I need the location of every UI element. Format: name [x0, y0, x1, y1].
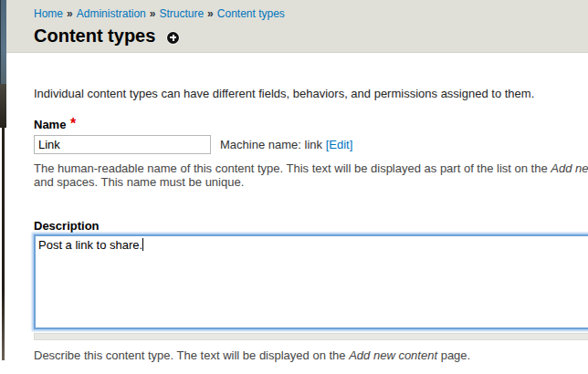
breadcrumb-link-home[interactable]: Home [34, 7, 63, 20]
circle-plus-icon[interactable] [167, 32, 179, 44]
text-cursor [142, 238, 143, 251]
description-field-group: Description Post a link to share. Descri… [34, 219, 588, 362]
name-help-text: The human-readable name of this content … [34, 161, 588, 189]
background-page-edge [0, 0, 6, 374]
overlay-content: Home»Administration»Structure»Content ty… [6, 0, 588, 374]
content-type-form: Individual content types can have differ… [6, 53, 588, 362]
name-field-label: Name [34, 118, 66, 131]
description-textarea[interactable]: Post a link to share. [34, 234, 588, 329]
textarea-resize-grippie[interactable] [34, 333, 588, 340]
description-help-text: Describe this content type. The text wil… [34, 348, 588, 362]
drupal-overlay-page: Home»Administration»Structure»Content ty… [0, 0, 588, 374]
name-field-group: Name * Machine name: link [Edit] The hum… [34, 116, 588, 189]
breadcrumb-separator: » [146, 7, 160, 20]
machine-name-edit-link[interactable]: [Edit] [326, 138, 353, 151]
breadcrumb-link-content-types[interactable]: Content types [217, 7, 285, 20]
machine-name: Machine name: link [Edit] [220, 138, 352, 151]
breadcrumb-separator: » [204, 7, 217, 20]
description-text: Post a link to share. [38, 238, 142, 252]
description-field-label: Description [34, 219, 588, 233]
breadcrumb-link-structure[interactable]: Structure [159, 7, 204, 20]
breadcrumb-separator: » [63, 7, 77, 20]
page-header: Home»Administration»Structure»Content ty… [6, 0, 588, 53]
required-marker: * [70, 116, 76, 131]
name-input[interactable] [34, 135, 211, 154]
page-title: Content types [34, 26, 155, 47]
breadcrumb: Home»Administration»Structure»Content ty… [34, 7, 588, 20]
breadcrumb-link-administration[interactable]: Administration [77, 7, 146, 20]
intro-text: Individual content types can have differ… [34, 87, 588, 100]
